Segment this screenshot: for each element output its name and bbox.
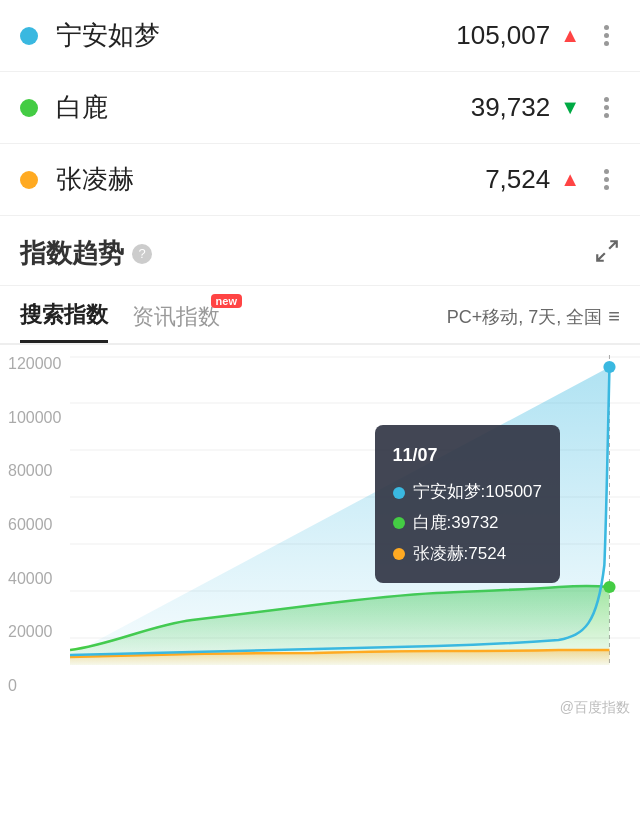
dot-2	[20, 171, 38, 189]
expand-icon[interactable]	[594, 238, 620, 270]
tooltip-dot-0	[393, 487, 405, 499]
filter-icon: ≡	[608, 305, 620, 328]
tooltip-row-2: 张凌赫:7524	[393, 539, 542, 570]
new-badge: new	[211, 294, 242, 308]
tooltip-date: 11/07	[393, 439, 542, 471]
dot-0	[20, 27, 38, 45]
tooltip-row-0: 宁安如梦:105007	[393, 477, 542, 508]
y-label-120k: 120000	[8, 355, 61, 373]
keyword-value-2: 7,524	[485, 164, 550, 195]
y-axis-labels: 0 20000 40000 60000 80000 100000 120000	[0, 355, 69, 695]
keyword-value-0: 105,007	[456, 20, 550, 51]
chart-tooltip: 11/07 宁安如梦:105007 白鹿:39732 张凌赫:7524	[375, 425, 560, 583]
filter-text[interactable]: PC+移动, 7天, 全国 ≡	[447, 305, 620, 339]
keyword-row-2: 张凌赫 7,524 ▲	[0, 144, 640, 216]
tab-search-label: 搜索指数	[20, 302, 108, 327]
y-label-80k: 80000	[8, 462, 61, 480]
keyword-name-2: 张凌赫	[56, 162, 485, 197]
y-label-0: 0	[8, 677, 61, 695]
section-header: 指数趋势 ?	[0, 216, 640, 286]
tooltip-dot-1	[393, 517, 405, 529]
trend-up-0: ▲	[560, 24, 580, 47]
tooltip-label-0: 宁安如梦:105007	[413, 477, 542, 508]
trend-down-1: ▼	[560, 96, 580, 119]
keyword-value-1: 39,732	[471, 92, 551, 123]
help-icon[interactable]: ?	[132, 244, 152, 264]
keyword-row-1: 白鹿 39,732 ▼	[0, 72, 640, 144]
tooltip-row-1: 白鹿:39732	[393, 508, 542, 539]
more-button-2[interactable]	[592, 169, 620, 190]
y-label-20k: 20000	[8, 623, 61, 641]
svg-point-9	[603, 581, 615, 593]
y-label-60k: 60000	[8, 516, 61, 534]
svg-point-8	[603, 361, 615, 373]
dot-1	[20, 99, 38, 117]
watermark: @百度指数	[560, 699, 630, 717]
keyword-name-0: 宁安如梦	[56, 18, 456, 53]
more-button-1[interactable]	[592, 97, 620, 118]
tabs-row: 搜索指数 资讯指数 new PC+移动, 7天, 全国 ≡	[0, 286, 640, 345]
filter-label: PC+移动, 7天, 全国	[447, 305, 603, 329]
y-label-100k: 100000	[8, 409, 61, 427]
trend-up-2: ▲	[560, 168, 580, 191]
chart-area: 0 20000 40000 60000 80000 100000 120000	[0, 345, 640, 725]
tab-news-label: 资讯指数	[132, 304, 220, 329]
section-title: 指数趋势	[20, 236, 124, 271]
tooltip-label-1: 白鹿:39732	[413, 508, 499, 539]
keyword-name-1: 白鹿	[56, 90, 471, 125]
tooltip-label-2: 张凌赫:7524	[413, 539, 507, 570]
tooltip-dot-2	[393, 548, 405, 560]
tab-search-index[interactable]: 搜索指数	[20, 300, 108, 343]
more-button-0[interactable]	[592, 25, 620, 46]
tab-news-index[interactable]: 资讯指数 new	[132, 302, 220, 342]
y-label-40k: 40000	[8, 570, 61, 588]
keyword-row-0: 宁安如梦 105,007 ▲	[0, 0, 640, 72]
